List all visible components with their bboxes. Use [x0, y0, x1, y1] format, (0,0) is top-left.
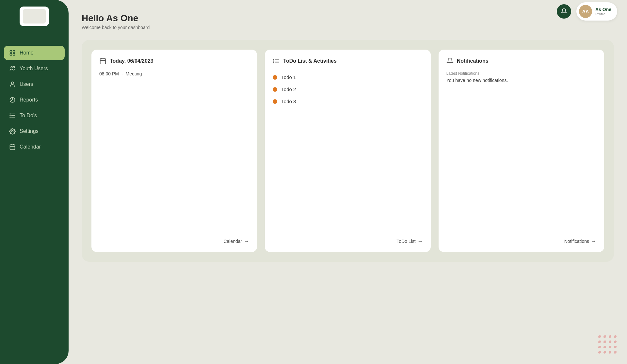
sidebar: Home Youth Users Users Reports	[0, 0, 69, 364]
sidebar-item-todos[interactable]: To Do's	[4, 108, 65, 123]
calendar-footer-link[interactable]: Calendar →	[224, 238, 249, 244]
sidebar-item-label: Settings	[20, 128, 39, 134]
svg-rect-19	[100, 59, 106, 64]
svg-point-4	[11, 66, 12, 68]
todo-list-icon	[273, 57, 280, 65]
svg-rect-2	[10, 54, 12, 55]
calendar-card-title: Today, 06/04/2023	[110, 58, 153, 64]
notification-bell-button[interactable]	[557, 4, 571, 19]
todo-item-label: Todo 1	[281, 74, 296, 80]
todo-item-2: Todo 2	[273, 83, 423, 95]
sidebar-item-calendar[interactable]: Calendar	[4, 140, 65, 154]
svg-point-14	[12, 131, 13, 132]
sidebar-item-youth-users[interactable]: Youth Users	[4, 61, 65, 76]
svg-point-13	[10, 117, 10, 118]
svg-point-27	[274, 61, 274, 61]
todo-list: Todo 1 Todo 2 Todo 3	[273, 71, 423, 107]
sidebar-nav: Home Youth Users Users Reports	[0, 42, 69, 157]
calendar-card: Today, 06/04/2023 08:00 PM - Meeting Cal…	[91, 50, 257, 252]
sidebar-item-home[interactable]: Home	[4, 46, 65, 60]
avatar: AA	[579, 5, 592, 18]
notifications-card: Notifications Latest Notifications: You …	[439, 50, 604, 252]
notifications-empty: You have no new notifications.	[446, 78, 596, 83]
sidebar-item-label: Calendar	[20, 144, 41, 150]
svg-rect-3	[13, 54, 15, 55]
svg-point-12	[10, 115, 10, 116]
greeting-subtitle: Welcome back to your dashboard	[82, 25, 614, 30]
todo-item-3: Todo 3	[273, 95, 423, 107]
bell-icon	[561, 8, 567, 15]
notifications-bell-icon	[446, 57, 454, 65]
calendar-event: 08:00 PM - Meeting	[99, 71, 249, 76]
todo-dot	[273, 99, 277, 104]
sidebar-item-label: Reports	[20, 97, 38, 103]
header: AA As One Profile	[69, 0, 627, 23]
arrow-right-icon: →	[591, 238, 596, 244]
arrow-right-icon: →	[418, 238, 423, 244]
notifications-footer-link[interactable]: Notifications →	[564, 238, 596, 244]
profile-name: As One	[595, 7, 611, 12]
notifications-content: Latest Notifications: You have no new no…	[446, 71, 596, 83]
todo-footer-link[interactable]: ToDo List →	[396, 238, 423, 244]
arrow-right-icon: →	[244, 238, 249, 244]
event-separator: -	[121, 71, 123, 76]
sidebar-item-users[interactable]: Users	[4, 77, 65, 91]
svg-rect-1	[13, 51, 15, 53]
dashboard-grid: Today, 06/04/2023 08:00 PM - Meeting Cal…	[91, 50, 604, 252]
settings-icon	[9, 128, 16, 135]
svg-point-26	[274, 59, 274, 60]
calendar-card-header: Today, 06/04/2023	[99, 57, 249, 65]
sidebar-item-label: Home	[20, 50, 34, 56]
sidebar-item-reports[interactable]: Reports	[4, 93, 65, 107]
sidebar-item-label: Users	[20, 81, 33, 87]
main-content: Hello As One Welcome back to your dashbo…	[69, 0, 627, 364]
profile-role: Profile	[595, 12, 611, 16]
header-actions: AA As One Profile	[557, 2, 617, 21]
svg-rect-15	[10, 145, 15, 150]
notifications-card-header: Notifications	[446, 57, 596, 65]
notifications-label: Latest Notifications:	[446, 71, 596, 76]
todo-card-header: ToDo List & Activities	[273, 57, 423, 65]
reports-icon	[9, 97, 16, 103]
user-group-icon	[9, 65, 16, 72]
todo-item-label: Todo 3	[281, 99, 296, 104]
svg-rect-0	[10, 51, 12, 53]
list-icon	[9, 112, 16, 119]
todo-dot	[273, 75, 277, 80]
sidebar-item-label: To Do's	[20, 113, 37, 119]
notifications-footer-label: Notifications	[564, 239, 589, 244]
sidebar-item-settings[interactable]: Settings	[4, 124, 65, 138]
todo-dot	[273, 87, 277, 92]
svg-point-28	[274, 63, 274, 63]
todo-card: ToDo List & Activities Todo 1 Todo 2 Tod…	[265, 50, 430, 252]
sidebar-logo	[20, 7, 49, 26]
profile-button[interactable]: AA As One Profile	[576, 2, 617, 21]
todo-footer-label: ToDo List	[396, 239, 415, 244]
event-time: 08:00 PM	[99, 71, 119, 76]
svg-point-5	[13, 66, 15, 68]
svg-point-6	[11, 82, 14, 84]
svg-point-11	[10, 114, 10, 114]
todo-item-label: Todo 2	[281, 87, 296, 92]
calendar-footer-label: Calendar	[224, 239, 242, 244]
sidebar-item-label: Youth Users	[20, 66, 48, 71]
calendar-icon	[9, 144, 16, 150]
notifications-card-title: Notifications	[457, 58, 489, 64]
decorative-dots	[598, 335, 617, 354]
todo-item-1: Todo 1	[273, 71, 423, 83]
event-name: Meeting	[126, 71, 142, 76]
home-icon	[9, 50, 16, 56]
users-icon	[9, 81, 16, 87]
todo-card-title: ToDo List & Activities	[283, 58, 337, 64]
dashboard-background: Today, 06/04/2023 08:00 PM - Meeting Cal…	[82, 40, 614, 262]
calendar-card-icon	[99, 57, 106, 65]
